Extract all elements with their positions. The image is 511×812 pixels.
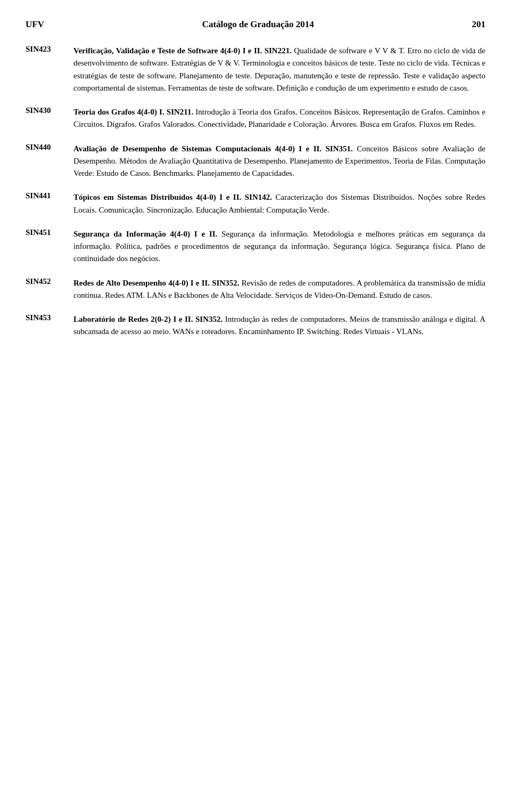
entry-code-4: SIN451 <box>26 228 73 237</box>
entry-title-0: Verificação, Validação e Teste de Softwa… <box>73 46 292 55</box>
entry-sin451: SIN451Segurança da Informação 4(4-0) I e… <box>26 228 485 265</box>
entry-sin430: SIN430Teoria dos Grafos 4(4-0) I. SIN211… <box>26 106 485 131</box>
header-institution: UFV <box>26 19 44 30</box>
entry-sin440: SIN440Avaliação de Desempenho de Sistema… <box>26 143 485 180</box>
entry-sin452: SIN452Redes de Alto Desempenho 4(4-0) I … <box>26 277 485 302</box>
entry-code-3: SIN441 <box>26 191 73 200</box>
entry-content-3: Tópicos em Sistemas Distribuídos 4(4-0) … <box>73 191 485 216</box>
entry-code-0: SIN423 <box>26 45 73 54</box>
entry-content-4: Segurança da Informação 4(4-0) I e II. S… <box>73 228 485 265</box>
entry-code-6: SIN453 <box>26 313 73 322</box>
entry-title-5: Redes de Alto Desempenho 4(4-0) I e II. … <box>73 279 239 287</box>
entry-title-3: Tópicos em Sistemas Distribuídos 4(4-0) … <box>73 193 272 201</box>
page: UFV Catálogo de Graduação 2014 201 SIN42… <box>0 0 511 369</box>
entry-code-1: SIN430 <box>26 106 73 115</box>
entry-code-2: SIN440 <box>26 143 73 152</box>
entry-sin441: SIN441Tópicos em Sistemas Distribuídos 4… <box>26 191 485 216</box>
header-page-number: 201 <box>472 19 486 30</box>
entry-sin423: SIN423Verificação, Validação e Teste de … <box>26 45 485 94</box>
entry-code-5: SIN452 <box>26 277 73 286</box>
page-header: UFV Catálogo de Graduação 2014 201 <box>26 19 485 30</box>
header-title: Catálogo de Graduação 2014 <box>202 19 314 30</box>
entry-content-1: Teoria dos Grafos 4(4-0) I. SIN211. Intr… <box>73 106 485 131</box>
entry-content-0: Verificação, Validação e Teste de Softwa… <box>73 45 485 94</box>
entry-title-1: Teoria dos Grafos 4(4-0) I. SIN211. <box>73 108 193 116</box>
entry-content-5: Redes de Alto Desempenho 4(4-0) I e II. … <box>73 277 485 302</box>
entry-title-4: Segurança da Informação 4(4-0) I e II. <box>73 230 217 238</box>
entry-title-6: Laboratório de Redes 2(0-2) I e II. SIN3… <box>73 315 222 323</box>
entries-container: SIN423Verificação, Validação e Teste de … <box>26 45 485 338</box>
entry-content-2: Avaliação de Desempenho de Sistemas Comp… <box>73 143 485 180</box>
entry-content-6: Laboratório de Redes 2(0-2) I e II. SIN3… <box>73 313 485 338</box>
entry-sin453: SIN453Laboratório de Redes 2(0-2) I e II… <box>26 313 485 338</box>
entry-title-2: Avaliação de Desempenho de Sistemas Comp… <box>73 144 353 153</box>
